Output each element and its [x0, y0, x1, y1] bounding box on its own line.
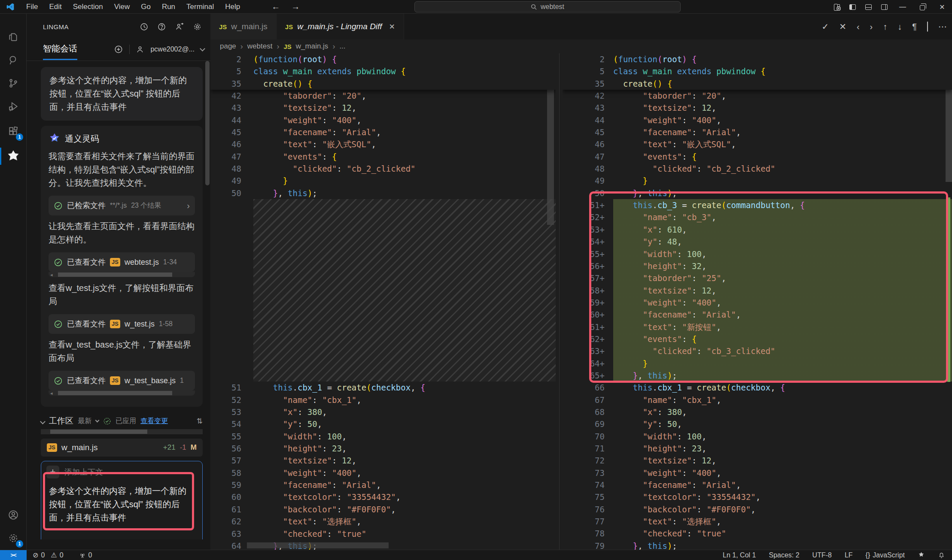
close-tab-icon[interactable]: ✕: [389, 22, 395, 31]
breadcrumb-webtest[interactable]: webtest: [247, 42, 273, 51]
down-icon[interactable]: ↓: [897, 22, 902, 32]
menu-run[interactable]: Run: [156, 0, 181, 14]
explorer-icon[interactable]: [0, 26, 27, 48]
close-window-button[interactable]: ✕: [932, 0, 952, 14]
lingma-status-icon[interactable]: [918, 551, 925, 559]
nav-forward-icon[interactable]: →: [291, 2, 300, 12]
account-name[interactable]: pcwe2002@...: [150, 45, 195, 53]
command-center-search[interactable]: webtest: [414, 1, 681, 12]
accept-icon[interactable]: ✓: [821, 21, 829, 32]
cursor-position[interactable]: Ln 1, Col 1: [723, 551, 756, 559]
lingma-icon[interactable]: [0, 145, 27, 167]
sidebar-scrollbar[interactable]: [205, 61, 210, 185]
menu-selection[interactable]: Selection: [67, 0, 109, 14]
workspace-collapse-chevron-icon[interactable]: [40, 419, 46, 424]
card-horizontal-scrollbar[interactable]: ◂: [49, 272, 195, 277]
tab-smart-chat[interactable]: 智能会话: [43, 43, 77, 60]
notifications-bell-icon[interactable]: [938, 551, 945, 559]
step-viewed-file-wtest[interactable]: 已查看文件 JS w_test.js 1-58: [49, 314, 195, 334]
menu-terminal[interactable]: Terminal: [181, 0, 219, 14]
line-number: 5: [563, 65, 613, 77]
menu-file[interactable]: File: [21, 0, 43, 14]
breadcrumb-file[interactable]: w_main.js: [296, 42, 328, 51]
split-editor-icon[interactable]: [927, 22, 928, 32]
code-text: this.cb_3 = create(commandbutton, {: [613, 199, 805, 211]
diff-sash[interactable]: [559, 53, 560, 550]
ports-status[interactable]: 0: [79, 551, 92, 559]
indentation[interactable]: Spaces: 2: [769, 551, 799, 559]
source-control-icon[interactable]: [0, 72, 27, 94]
code-text: create() {: [253, 78, 312, 90]
add-context-label[interactable]: 添加上下文: [64, 467, 103, 477]
search-value: webtest: [541, 3, 564, 11]
view-changes-link[interactable]: 查看变更: [140, 417, 168, 426]
agent-mode-dropdown[interactable]: 智能体: [46, 538, 73, 540]
sidebar-settings-gear-icon[interactable]: [193, 22, 202, 31]
tab-wmainjs-lingma-diff[interactable]: JS w_main.js - Lingma Diff ✕: [277, 14, 404, 39]
account-icon[interactable]: [0, 504, 27, 526]
code-line: 50 }, this);: [210, 187, 556, 199]
breadcrumb[interactable]: page › webtest › JS w_main.js › ...: [210, 39, 952, 53]
sort-icon[interactable]: ⇅: [197, 417, 203, 426]
extensions-icon[interactable]: 1: [0, 120, 27, 142]
search-icon[interactable]: [0, 49, 27, 71]
menu-edit[interactable]: Edit: [43, 0, 67, 14]
problems-status[interactable]: ⊘ 0 ⚠ 0: [33, 551, 64, 559]
eol-sequence[interactable]: LF: [845, 551, 853, 559]
diff-original-pane[interactable]: 2(function(root) {5class w_main extends …: [210, 53, 556, 550]
customize-layout-icon[interactable]: [834, 4, 840, 10]
chat-scroll-area[interactable]: 参考这个文件的内容，增加一个新的按钮，位置在“嵌入式sql” 按钮的后面，并且有…: [27, 61, 210, 539]
step-viewed-file-wtestbase[interactable]: 已查看文件 JS w_test_base.js 1: [49, 371, 195, 390]
help-icon[interactable]: [157, 22, 166, 31]
step-viewed-file-webtest[interactable]: 已查看文件 JS webtest.js 1-34: [49, 252, 195, 272]
remote-indicator[interactable]: ><: [0, 550, 27, 560]
step-retrieved-files[interactable]: 已检索文件 **/*.js 23 个结果 ›: [49, 196, 195, 215]
left-pane-horizontal-scrollbar[interactable]: [247, 542, 389, 548]
error-icon: ⊘: [33, 551, 38, 559]
toggle-secondary-sidebar-icon[interactable]: [881, 4, 888, 10]
account-chevron-down-icon[interactable]: [200, 46, 205, 51]
encoding[interactable]: UTF-8: [812, 551, 832, 559]
chevron-right-icon[interactable]: ›: [187, 201, 190, 211]
chat-input-box[interactable]: + 添加上下文 参考这个文件的内容，增加一个新的按钮，位置在“嵌入式sql” 按…: [41, 461, 203, 539]
card-horizontal-scrollbar[interactable]: ◂: [49, 390, 195, 396]
reject-icon[interactable]: ✕: [839, 21, 846, 32]
code-line: 44 "weight": "400",: [210, 114, 556, 126]
language-mode[interactable]: {} JavaScript: [866, 551, 905, 559]
workspace-horizontal-scrollbar[interactable]: [41, 429, 203, 434]
next-change-icon[interactable]: ›: [870, 22, 873, 32]
feedback-user-icon[interactable]: [175, 22, 184, 31]
run-debug-icon[interactable]: [0, 95, 27, 118]
chat-input-text[interactable]: 参考这个文件的内容，增加一个新的按钮，位置在“嵌入式sql” 按钮的后面，并且有…: [49, 484, 195, 524]
menu-go[interactable]: Go: [135, 0, 156, 14]
new-chat-plus-icon[interactable]: [114, 45, 123, 54]
settings-gear-icon[interactable]: 1: [0, 527, 27, 549]
breadcrumb-page[interactable]: page: [220, 42, 236, 51]
breadcrumb-more[interactable]: ...: [339, 42, 345, 51]
toggle-panel-icon[interactable]: [865, 4, 872, 10]
right-pane-overview-ruler[interactable]: [946, 53, 952, 550]
menu-help[interactable]: Help: [219, 0, 246, 14]
line-number: 68: [563, 406, 613, 418]
workspace-file-row[interactable]: JS w_main.js +21 -1 M: [41, 439, 203, 457]
js-file-icon: JS: [47, 443, 57, 452]
workspace-header[interactable]: 工作区 最新 已应用 查看变更 ⇅: [41, 413, 203, 429]
whitespace-icon[interactable]: ¶: [912, 22, 917, 32]
history-icon[interactable]: [140, 22, 149, 31]
toggle-sidebar-icon[interactable]: [849, 4, 856, 10]
workspace-latest-dropdown[interactable]: 最新: [78, 417, 91, 426]
line-number: 58: [210, 467, 253, 479]
more-actions-icon[interactable]: ⋯: [938, 21, 947, 32]
minimize-button[interactable]: —: [893, 0, 912, 14]
send-button[interactable]: →: [187, 537, 197, 539]
prev-change-icon[interactable]: ‹: [857, 22, 860, 32]
model-dropdown[interactable]: Auto: [81, 539, 101, 539]
diff-modified-pane[interactable]: 2(function(root) {5class w_main extends …: [563, 53, 952, 550]
add-context-plus-icon[interactable]: +: [46, 466, 59, 478]
latest-chevron-icon[interactable]: [95, 418, 100, 422]
tab-wmainjs[interactable]: JS w_main.js: [210, 14, 277, 39]
nav-back-icon[interactable]: ←: [271, 2, 280, 12]
restore-button[interactable]: [912, 0, 932, 14]
menu-view[interactable]: View: [109, 0, 136, 14]
up-icon[interactable]: ↑: [883, 22, 887, 32]
